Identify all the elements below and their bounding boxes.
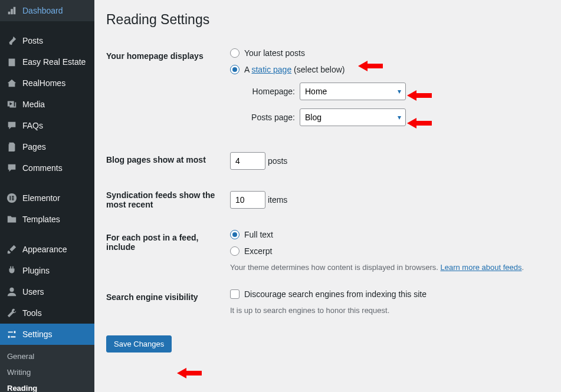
sidebar-item-label: Pages <box>22 142 46 151</box>
dashboard-icon <box>6 5 18 17</box>
postspage-select[interactable]: Blog <box>300 108 406 126</box>
discourage-search-label[interactable]: Discourage search engines from indexing … <box>244 289 427 299</box>
sidebar-item-dashboard[interactable]: Dashboard <box>0 0 94 21</box>
sidebar-item-easy-real-estate[interactable]: Easy Real Estate <box>0 51 94 73</box>
home-icon <box>6 77 18 89</box>
annotation-arrow-icon <box>177 368 202 378</box>
sidebar-item-pages[interactable]: Pages <box>0 136 94 157</box>
sidebar-item-realhomes[interactable]: RealHomes <box>0 73 94 94</box>
sidebar-item-label: Templates <box>22 215 60 224</box>
discourage-search-checkbox[interactable] <box>230 289 240 299</box>
radio-full-text[interactable] <box>230 230 240 239</box>
blog-pages-label: Blog pages show at most <box>106 143 224 179</box>
sidebar-item-appearance[interactable]: Appearance <box>0 239 94 260</box>
sidebar-item-posts[interactable]: Posts <box>0 30 94 51</box>
admin-sidebar: Dashboard Posts Easy Real Estate RealHom… <box>0 0 94 392</box>
sidebar-item-templates[interactable]: Templates <box>0 209 94 230</box>
sidebar-item-label: Elementor <box>22 193 60 203</box>
radio-static-page[interactable] <box>230 65 240 74</box>
plug-icon <box>6 265 18 276</box>
radio-excerpt-label[interactable]: Excerpt <box>244 246 272 256</box>
sidebar-item-label: Users <box>22 287 44 297</box>
syndication-label: Syndication feeds show the most recent <box>106 179 224 221</box>
search-visibility-label: Search engine visibility <box>106 281 224 324</box>
radio-latest-posts-label[interactable]: Your latest posts <box>244 48 305 58</box>
pin-icon <box>6 35 18 47</box>
svg-point-5 <box>9 288 14 292</box>
sidebar-item-comments[interactable]: Comments <box>0 157 94 179</box>
svg-rect-2 <box>12 196 14 197</box>
sidebar-item-users[interactable]: Users <box>0 281 94 302</box>
sidebar-item-plugins[interactable]: Plugins <box>0 260 94 281</box>
sidebar-item-label: RealHomes <box>22 78 65 88</box>
sidebar-item-faqs[interactable]: FAQs <box>0 115 94 136</box>
sidebar-item-label: Plugins <box>22 266 50 275</box>
main-content: Reading Settings Your homepage displays … <box>94 0 561 392</box>
radio-full-text-label[interactable]: Full text <box>244 230 273 239</box>
sidebar-item-settings[interactable]: Settings <box>0 324 94 345</box>
sidebar-item-label: Comments <box>22 163 63 173</box>
sliders-icon <box>6 328 18 340</box>
sidebar-item-label: Dashboard <box>22 6 63 15</box>
submenu-item-writing[interactable]: Writing <box>0 364 94 380</box>
svg-rect-4 <box>12 199 14 200</box>
sidebar-item-label: Media <box>22 100 45 109</box>
static-page-link[interactable]: static page <box>251 65 291 74</box>
sidebar-item-label: Easy Real Estate <box>22 57 86 67</box>
radio-excerpt[interactable] <box>230 246 240 256</box>
wrench-icon <box>6 307 18 319</box>
posts-per-rss-input[interactable] <box>230 191 265 209</box>
user-icon <box>6 286 18 298</box>
svg-rect-3 <box>12 197 14 199</box>
homepage-select-label: Homepage: <box>242 87 295 96</box>
comment-icon <box>6 162 18 174</box>
learn-more-feeds-link[interactable]: Learn more about feeds <box>440 263 521 272</box>
elementor-icon <box>6 192 18 204</box>
search-visibility-desc: It is up to search engines to honor this… <box>230 306 543 315</box>
sidebar-item-label: Posts <box>22 36 43 45</box>
media-icon <box>6 98 18 110</box>
posts-per-page-input[interactable] <box>230 152 265 170</box>
postspage-select-label: Posts page: <box>242 113 295 122</box>
folder-icon <box>6 213 18 225</box>
settings-submenu: General Writing Reading Discussion <box>0 345 94 392</box>
homepage-select[interactable]: Home <box>300 83 406 100</box>
feed-include-label: For each post in a feed, include <box>106 221 224 281</box>
sidebar-item-label: Appearance <box>22 245 67 254</box>
save-changes-button[interactable]: Save Changes <box>106 335 172 353</box>
items-suffix: items <box>268 195 287 205</box>
sidebar-item-label: Tools <box>22 308 42 318</box>
submenu-item-general[interactable]: General <box>0 348 94 364</box>
building-icon <box>6 56 18 68</box>
radio-latest-posts[interactable] <box>230 48 240 58</box>
sidebar-item-media[interactable]: Media <box>0 94 94 115</box>
pages-icon <box>6 141 18 153</box>
chat-icon <box>6 120 18 131</box>
submenu-item-reading[interactable]: Reading <box>0 380 94 392</box>
homepage-displays-label: Your homepage displays <box>106 39 224 143</box>
sidebar-item-label: Settings <box>22 330 53 339</box>
posts-suffix: posts <box>268 156 287 166</box>
sidebar-item-tools[interactable]: Tools <box>0 302 94 324</box>
page-title: Reading Settings <box>106 12 549 28</box>
sidebar-item-label: FAQs <box>22 121 43 130</box>
sidebar-item-elementor[interactable]: Elementor <box>0 187 94 209</box>
radio-static-page-label[interactable]: A static page (select below) <box>244 65 345 74</box>
feed-description: Your theme determines how content is dis… <box>230 263 543 272</box>
svg-rect-1 <box>9 196 11 200</box>
brush-icon <box>6 243 18 255</box>
